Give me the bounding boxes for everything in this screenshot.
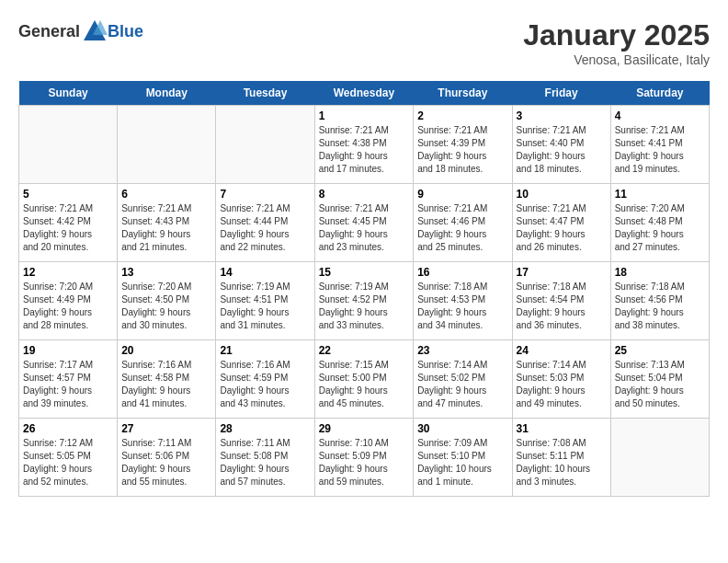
calendar-cell: 4Sunrise: 7:21 AM Sunset: 4:41 PM Daylig… xyxy=(610,106,709,184)
calendar-cell: 16Sunrise: 7:18 AM Sunset: 4:53 PM Dayli… xyxy=(414,262,512,340)
calendar-cell: 26Sunrise: 7:12 AM Sunset: 5:05 PM Dayli… xyxy=(19,419,118,497)
day-header-sunday: Sunday xyxy=(19,81,118,106)
calendar-cell xyxy=(610,419,709,497)
calendar-cell: 18Sunrise: 7:18 AM Sunset: 4:56 PM Dayli… xyxy=(610,262,709,340)
calendar-cell: 27Sunrise: 7:11 AM Sunset: 5:06 PM Dayli… xyxy=(118,419,216,497)
calendar-cell: 17Sunrise: 7:18 AM Sunset: 4:54 PM Dayli… xyxy=(512,262,610,340)
date-number: 16 xyxy=(417,266,507,279)
date-number: 17 xyxy=(517,266,607,279)
day-info: Sunrise: 7:17 AM Sunset: 4:57 PM Dayligh… xyxy=(23,359,113,410)
day-info: Sunrise: 7:15 AM Sunset: 5:00 PM Dayligh… xyxy=(319,359,410,410)
day-info: Sunrise: 7:18 AM Sunset: 4:54 PM Dayligh… xyxy=(517,281,607,332)
week-row-4: 19Sunrise: 7:17 AM Sunset: 4:57 PM Dayli… xyxy=(19,340,710,419)
day-info: Sunrise: 7:21 AM Sunset: 4:43 PM Dayligh… xyxy=(121,202,211,254)
day-header-monday: Monday xyxy=(118,81,216,106)
date-number: 26 xyxy=(23,422,113,435)
day-info: Sunrise: 7:21 AM Sunset: 4:42 PM Dayligh… xyxy=(23,202,113,254)
logo-general: General xyxy=(18,22,80,41)
date-number: 8 xyxy=(319,188,410,201)
day-header-tuesday: Tuesday xyxy=(216,81,314,106)
calendar-cell: 23Sunrise: 7:14 AM Sunset: 5:02 PM Dayli… xyxy=(414,340,512,419)
day-info: Sunrise: 7:12 AM Sunset: 5:05 PM Dayligh… xyxy=(23,437,113,488)
date-number: 9 xyxy=(417,188,507,201)
calendar-cell: 19Sunrise: 7:17 AM Sunset: 4:57 PM Dayli… xyxy=(19,340,118,419)
day-info: Sunrise: 7:10 AM Sunset: 5:09 PM Dayligh… xyxy=(319,437,410,488)
week-row-1: 1Sunrise: 7:21 AM Sunset: 4:38 PM Daylig… xyxy=(19,106,710,184)
day-header-saturday: Saturday xyxy=(610,81,709,106)
date-number: 31 xyxy=(517,422,607,435)
date-number: 5 xyxy=(23,188,113,201)
calendar-title: January 2025 xyxy=(523,18,710,52)
day-info: Sunrise: 7:20 AM Sunset: 4:50 PM Dayligh… xyxy=(121,281,211,332)
week-row-2: 5Sunrise: 7:21 AM Sunset: 4:42 PM Daylig… xyxy=(19,184,710,262)
day-info: Sunrise: 7:18 AM Sunset: 4:56 PM Dayligh… xyxy=(615,281,705,332)
calendar-cell: 31Sunrise: 7:08 AM Sunset: 5:11 PM Dayli… xyxy=(512,419,610,497)
calendar-subtitle: Venosa, Basilicate, Italy xyxy=(523,52,710,67)
calendar-cell: 25Sunrise: 7:13 AM Sunset: 5:04 PM Dayli… xyxy=(610,340,709,419)
date-number: 19 xyxy=(23,344,113,357)
calendar-cell: 24Sunrise: 7:14 AM Sunset: 5:03 PM Dayli… xyxy=(512,340,610,419)
day-info: Sunrise: 7:14 AM Sunset: 5:03 PM Dayligh… xyxy=(517,359,607,410)
page-header: General Blue January 2025 Venosa, Basili… xyxy=(18,18,710,67)
day-info: Sunrise: 7:16 AM Sunset: 4:59 PM Dayligh… xyxy=(220,359,310,410)
day-info: Sunrise: 7:11 AM Sunset: 5:08 PM Dayligh… xyxy=(220,437,310,488)
calendar-body: 1Sunrise: 7:21 AM Sunset: 4:38 PM Daylig… xyxy=(19,106,710,497)
date-number: 27 xyxy=(121,422,211,435)
date-number: 2 xyxy=(417,109,507,122)
calendar-cell: 6Sunrise: 7:21 AM Sunset: 4:43 PM Daylig… xyxy=(118,184,216,262)
calendar-cell: 13Sunrise: 7:20 AM Sunset: 4:50 PM Dayli… xyxy=(118,262,216,340)
calendar-cell: 2Sunrise: 7:21 AM Sunset: 4:39 PM Daylig… xyxy=(414,106,512,184)
date-number: 1 xyxy=(319,109,410,122)
day-info: Sunrise: 7:20 AM Sunset: 4:48 PM Dayligh… xyxy=(615,202,705,254)
calendar-cell: 11Sunrise: 7:20 AM Sunset: 4:48 PM Dayli… xyxy=(610,184,709,262)
logo-blue: Blue xyxy=(108,22,143,41)
day-info: Sunrise: 7:21 AM Sunset: 4:38 PM Dayligh… xyxy=(319,124,410,176)
calendar-cell: 7Sunrise: 7:21 AM Sunset: 4:44 PM Daylig… xyxy=(216,184,314,262)
day-info: Sunrise: 7:18 AM Sunset: 4:53 PM Dayligh… xyxy=(417,281,507,332)
day-info: Sunrise: 7:21 AM Sunset: 4:41 PM Dayligh… xyxy=(615,124,705,176)
day-info: Sunrise: 7:21 AM Sunset: 4:46 PM Dayligh… xyxy=(417,202,507,254)
date-number: 22 xyxy=(319,344,410,357)
calendar-cell: 12Sunrise: 7:20 AM Sunset: 4:49 PM Dayli… xyxy=(19,262,118,340)
date-number: 20 xyxy=(121,344,211,357)
day-header-wednesday: Wednesday xyxy=(314,81,414,106)
date-number: 15 xyxy=(319,266,410,279)
date-number: 6 xyxy=(121,188,211,201)
day-header-friday: Friday xyxy=(512,81,610,106)
date-number: 11 xyxy=(615,188,705,201)
date-number: 25 xyxy=(615,344,705,357)
calendar-table: SundayMondayTuesdayWednesdayThursdayFrid… xyxy=(18,81,710,497)
calendar-cell xyxy=(118,106,216,184)
calendar-cell: 3Sunrise: 7:21 AM Sunset: 4:40 PM Daylig… xyxy=(512,106,610,184)
day-info: Sunrise: 7:19 AM Sunset: 4:52 PM Dayligh… xyxy=(319,281,410,332)
date-number: 7 xyxy=(220,188,310,201)
date-number: 21 xyxy=(220,344,310,357)
calendar-cell: 22Sunrise: 7:15 AM Sunset: 5:00 PM Dayli… xyxy=(314,340,414,419)
date-number: 10 xyxy=(517,188,607,201)
date-number: 13 xyxy=(121,266,211,279)
calendar-cell: 8Sunrise: 7:21 AM Sunset: 4:45 PM Daylig… xyxy=(314,184,414,262)
calendar-cell: 30Sunrise: 7:09 AM Sunset: 5:10 PM Dayli… xyxy=(414,419,512,497)
date-number: 28 xyxy=(220,422,310,435)
day-info: Sunrise: 7:21 AM Sunset: 4:45 PM Dayligh… xyxy=(319,202,410,254)
week-row-5: 26Sunrise: 7:12 AM Sunset: 5:05 PM Dayli… xyxy=(19,419,710,497)
date-number: 18 xyxy=(615,266,705,279)
calendar-cell: 29Sunrise: 7:10 AM Sunset: 5:09 PM Dayli… xyxy=(314,419,414,497)
day-info: Sunrise: 7:19 AM Sunset: 4:51 PM Dayligh… xyxy=(220,281,310,332)
date-number: 23 xyxy=(417,344,507,357)
date-number: 12 xyxy=(23,266,113,279)
calendar-cell: 21Sunrise: 7:16 AM Sunset: 4:59 PM Dayli… xyxy=(216,340,314,419)
calendar-cell: 14Sunrise: 7:19 AM Sunset: 4:51 PM Dayli… xyxy=(216,262,314,340)
calendar-cell: 15Sunrise: 7:19 AM Sunset: 4:52 PM Dayli… xyxy=(314,262,414,340)
calendar-cell: 9Sunrise: 7:21 AM Sunset: 4:46 PM Daylig… xyxy=(414,184,512,262)
day-info: Sunrise: 7:21 AM Sunset: 4:40 PM Dayligh… xyxy=(517,124,607,176)
title-section: January 2025 Venosa, Basilicate, Italy xyxy=(523,18,710,67)
day-info: Sunrise: 7:11 AM Sunset: 5:06 PM Dayligh… xyxy=(121,437,211,488)
day-info: Sunrise: 7:21 AM Sunset: 4:44 PM Dayligh… xyxy=(220,202,310,254)
day-info: Sunrise: 7:08 AM Sunset: 5:11 PM Dayligh… xyxy=(517,437,607,488)
day-info: Sunrise: 7:21 AM Sunset: 4:39 PM Dayligh… xyxy=(417,124,507,176)
day-info: Sunrise: 7:13 AM Sunset: 5:04 PM Dayligh… xyxy=(615,359,705,410)
day-info: Sunrise: 7:20 AM Sunset: 4:49 PM Dayligh… xyxy=(23,281,113,332)
logo-icon xyxy=(82,18,108,44)
calendar-cell: 28Sunrise: 7:11 AM Sunset: 5:08 PM Dayli… xyxy=(216,419,314,497)
